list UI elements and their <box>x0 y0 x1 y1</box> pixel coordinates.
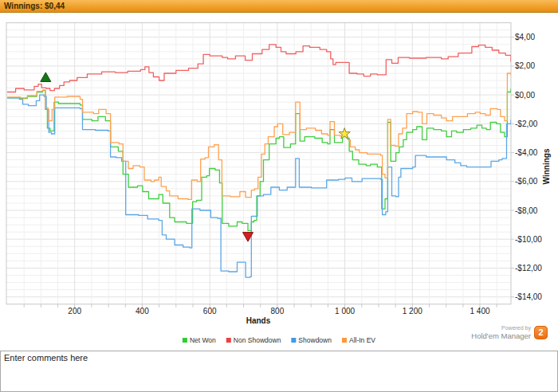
x-axis-tick-labels: 2004006008001 0001 2001 400 <box>68 307 490 316</box>
legend-label: Non Showdown <box>234 336 281 344</box>
x-tick-label: 1 000 <box>335 307 355 316</box>
y-axis-tick-labels: $4,00$2,00$0,00-$2,00-$4,00-$6,00-$8,00-… <box>515 33 542 301</box>
legend-item-all-in-ev[interactable]: All-In EV <box>342 336 375 344</box>
y-tick-label: -$2,00 <box>515 120 538 128</box>
x-tick-label: 800 <box>271 307 285 316</box>
x-tick-label: 1 400 <box>470 307 489 316</box>
y-tick-label: -$8,00 <box>515 206 538 215</box>
x-tick-label: 200 <box>68 307 81 316</box>
y-tick-label: $0,00 <box>515 91 535 100</box>
legend-swatch-net-won <box>183 338 187 343</box>
marker-triangle-up-icon[interactable] <box>41 73 51 82</box>
legend-item-net-won[interactable]: Net Won <box>183 336 216 344</box>
winnings-total-label: Winnings: $0,44 <box>4 2 65 10</box>
y-axis-title: Winnings <box>542 148 551 184</box>
x-tick-label: 1 200 <box>403 307 422 316</box>
legend-item-showdown[interactable]: Showdown <box>291 336 332 344</box>
x-axis-title: Hands <box>246 316 271 325</box>
legend-label: Net Won <box>190 336 216 344</box>
legend-swatch-showdown <box>291 338 296 343</box>
y-tick-label: -$6,00 <box>515 177 538 186</box>
legend: Net WonNon ShowdownShowdownAll-In EV <box>183 336 375 344</box>
y-tick-label: -$10,00 <box>515 235 542 244</box>
plot-grid <box>6 23 511 304</box>
legend-label: Showdown <box>298 336 332 344</box>
powered-by-label: Powered by <box>501 324 531 331</box>
winnings-title-bar: Winnings: $0,44 <box>0 0 558 13</box>
legend-label: All-In EV <box>349 336 375 344</box>
hm2-logo-badge: 2 <box>534 326 548 339</box>
product-name-label: Hold'em Manager <box>471 331 531 341</box>
y-tick-label: -$12,00 <box>515 264 542 272</box>
y-tick-label: $4,00 <box>515 33 535 41</box>
x-tick-label: 400 <box>136 307 149 316</box>
series-all-in-ev <box>7 73 511 199</box>
winnings-graph: 2004006008001 0001 2001 400$4,00$2,00$0,… <box>0 14 558 349</box>
comments-input[interactable]: Enter comments here <box>0 351 558 392</box>
x-tick-label: 600 <box>203 307 217 316</box>
legend-swatch-non-showdown <box>226 338 231 343</box>
y-tick-label: $2,00 <box>515 61 535 70</box>
y-tick-label: -$14,00 <box>515 292 542 301</box>
legend-item-non-showdown[interactable]: Non Showdown <box>226 336 281 344</box>
y-tick-label: -$4,00 <box>515 148 538 157</box>
series-lines <box>7 45 511 277</box>
legend-swatch-all-in-ev <box>342 338 347 343</box>
graph-markers <box>41 73 351 241</box>
series-showdown <box>7 95 511 277</box>
branding: Powered by Hold'em Manager 2 <box>471 324 548 341</box>
